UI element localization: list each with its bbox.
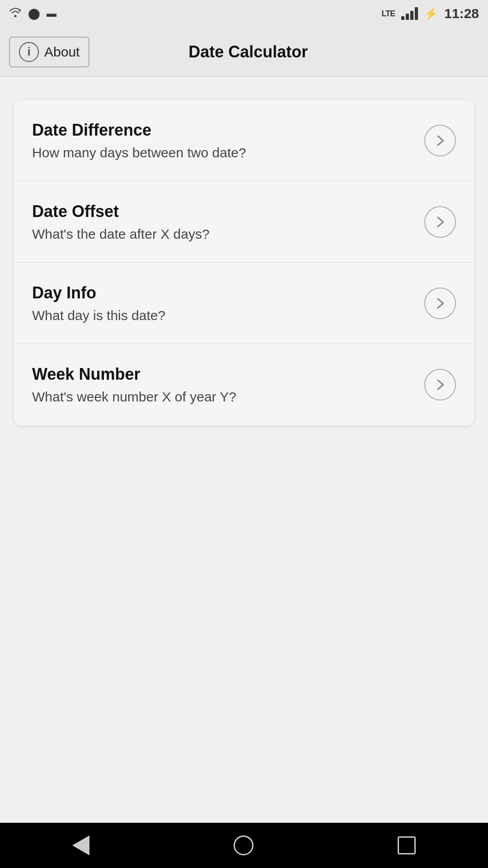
week-number-subtitle: What's week number X of year Y?: [32, 389, 236, 405]
about-label: About: [44, 44, 80, 60]
day-info-subtitle: What day is this date?: [32, 308, 165, 323]
date-offset-title: Date Offset: [32, 202, 210, 221]
week-number-arrow: [424, 369, 456, 401]
bottom-nav: [0, 823, 488, 868]
date-difference-item[interactable]: Date Difference How many days between tw…: [14, 100, 474, 181]
date-offset-item[interactable]: Date Offset What's the date after X days…: [14, 181, 474, 263]
status-bar: ? ⬤ ▬ LTE ⚡ 11:28: [0, 0, 488, 27]
wifi-icon: ?: [9, 7, 22, 20]
week-number-item[interactable]: Week Number What's week number X of year…: [14, 344, 474, 425]
status-bar-left: ? ⬤ ▬: [9, 7, 56, 20]
day-info-arrow: [424, 288, 456, 319]
day-info-item[interactable]: Day Info What day is this date?: [14, 263, 474, 344]
signal-bars-icon: [401, 7, 418, 20]
date-offset-arrow: [424, 206, 456, 238]
date-offset-subtitle: What's the date after X days?: [32, 226, 210, 242]
recent-icon: [398, 836, 416, 854]
week-number-title: Week Number: [32, 365, 236, 384]
info-icon: i: [19, 42, 39, 62]
date-difference-text: Date Difference How many days between tw…: [32, 121, 246, 160]
week-number-text: Week Number What's week number X of year…: [32, 365, 236, 405]
status-time: 11:28: [444, 6, 479, 21]
date-difference-title: Date Difference: [32, 121, 246, 140]
home-icon: [234, 835, 253, 855]
svg-text:?: ?: [18, 9, 21, 14]
battery-icon: ⚡: [424, 7, 438, 20]
day-info-text: Day Info What day is this date?: [32, 283, 165, 323]
about-button[interactable]: i About: [9, 37, 89, 67]
date-difference-subtitle: How many days between two date?: [32, 145, 246, 160]
app-bar: i About Date Calculator: [0, 27, 488, 77]
day-info-title: Day Info: [32, 283, 165, 302]
date-difference-arrow: [424, 125, 456, 156]
recent-button[interactable]: [393, 832, 420, 859]
status-bar-right: LTE ⚡ 11:28: [382, 6, 479, 21]
main-content: Date Difference How many days between tw…: [0, 77, 488, 448]
date-offset-text: Date Offset What's the date after X days…: [32, 202, 210, 242]
home-button[interactable]: [229, 831, 258, 860]
menu-card: Date Difference How many days between tw…: [14, 99, 474, 426]
back-icon: [72, 835, 89, 855]
back-button[interactable]: [68, 831, 94, 860]
lte-label: LTE: [382, 9, 395, 19]
app-title: Date Calculator: [89, 42, 407, 61]
record-icon: ⬤: [28, 7, 40, 20]
clipboard-icon: ▬: [47, 8, 56, 19]
